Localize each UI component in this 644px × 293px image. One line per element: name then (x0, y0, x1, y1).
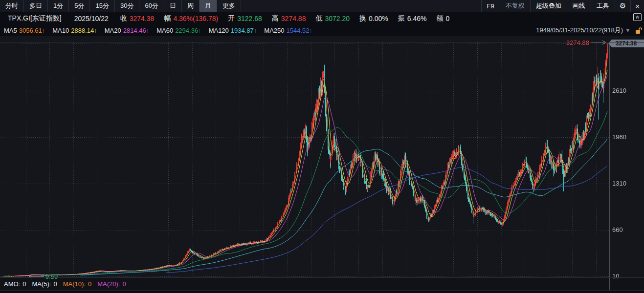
ma10-indicator-readout: MA(10):0 (63, 280, 91, 288)
indicator-value: 0 (53, 280, 57, 288)
button-no-adjust[interactable]: 不复权 (500, 0, 530, 12)
button-tools[interactable]: 工具 (591, 0, 615, 12)
ma5-indicator-readout: MA(5):0 (32, 280, 57, 288)
tab-more[interactable]: 更多 (217, 0, 241, 12)
field-label: 高 (272, 14, 279, 23)
tab-label: 15分 (95, 1, 109, 10)
quote-field-change: 幅4.36%(136.78) (164, 14, 218, 23)
next-pane-strip (0, 291, 644, 293)
ma-value: 3056.61 (19, 27, 42, 34)
button-label: 超级叠加 (536, 1, 561, 10)
field-label: 开 (228, 14, 235, 23)
indicator-label: AMO: (4, 280, 20, 288)
lock-icon[interactable] (635, 27, 642, 34)
field-value: 3274.88 (281, 15, 306, 22)
field-value: 0.00% (369, 15, 388, 22)
ma-label: MA20 (105, 27, 121, 34)
quote-field-high: 高3274.88 (272, 14, 306, 23)
chart-area: 2610 1960 1310 660 10 3274.38 3274.88 9.… (0, 36, 644, 277)
ma10-readout: MA102888.14↑ (52, 27, 97, 34)
tab-label: 5分 (74, 1, 84, 10)
high-price-label: 3274.88 (566, 39, 589, 46)
ma20-readout: MA202814.46↑ (105, 27, 149, 34)
tab-label: 60分 (145, 1, 158, 10)
tab-1min[interactable]: 1分 (48, 0, 69, 12)
tab-30min[interactable]: 30分 (115, 0, 139, 12)
tab-label: 30分 (120, 1, 133, 10)
y-axis-tick: 1310 (612, 180, 626, 187)
button-draw-line[interactable]: 画线 (567, 0, 591, 12)
tab-label: 日 (170, 1, 176, 10)
tab-fenshi[interactable]: 分时 (0, 0, 24, 12)
field-value: 3122.68 (237, 15, 262, 22)
ma20-indicator-readout: MA(20):0 (97, 280, 126, 288)
ma-label: MA60 (156, 27, 173, 34)
last-price-tag: 3274.38 (608, 40, 644, 47)
price-chart-canvas[interactable] (0, 36, 644, 277)
button-label: F9 (487, 2, 494, 10)
up-arrow-icon: ↑ (310, 27, 313, 34)
tab-label: 月 (205, 1, 211, 10)
tab-multiday[interactable]: 多日 (24, 0, 48, 12)
button-f9[interactable]: F9 (481, 0, 500, 12)
indicator-value: 0 (22, 280, 26, 288)
close-icon[interactable]: × (630, 0, 644, 12)
ma-label: MA120 (209, 27, 229, 34)
ma-label: MA250 (264, 27, 284, 34)
window-icon[interactable]: w (633, 13, 642, 21)
gear-glyph: ⚙ (620, 1, 626, 10)
y-axis-tick: 1960 (612, 133, 626, 141)
symbol-name: TPX.GI[东证指数] (8, 14, 62, 23)
y-axis-line (609, 42, 610, 290)
field-value: 4.36%(136.78) (173, 15, 218, 22)
field-label: 幅 (164, 14, 171, 23)
chevron-down-icon[interactable]: ▼ (625, 27, 631, 34)
tab-label: 分时 (5, 1, 18, 10)
amo-readout: AMO:0 (4, 280, 26, 288)
quote-date: 2025/10/22 (74, 15, 109, 22)
ma-row: MA53056.61↑ MA102888.14↑ MA202814.46↑ MA… (0, 24, 644, 36)
field-value: 6.46% (407, 15, 427, 22)
button-label: 不复权 (506, 1, 525, 10)
quote-field-open: 开3122.68 (228, 14, 262, 23)
indicator-label: MA(20): (97, 280, 120, 288)
toolbar-spacer (241, 0, 481, 12)
ma60-readout: MA602294.36↑ (156, 27, 201, 34)
gear-icon[interactable]: ⚙ (615, 0, 630, 12)
stock-chart-app: 分时 多日 1分 5分 15分 30分 60分 日 周 月 更多 F9 不复权 … (0, 0, 644, 293)
tab-month[interactable]: 月 (200, 0, 217, 12)
right-arrow-icon (591, 40, 606, 45)
field-value: 3072.20 (325, 15, 350, 22)
y-axis-tick: 2610 (612, 87, 626, 94)
button-super-overlay[interactable]: 超级叠加 (530, 0, 567, 12)
chart-top-border (0, 42, 644, 42)
field-label: 振 (398, 14, 405, 23)
quote-field-amplitude: 振6.46% (398, 14, 427, 23)
field-value: 3274.38 (130, 15, 155, 22)
y-axis-tick: 660 (612, 226, 623, 233)
tab-week[interactable]: 周 (182, 0, 200, 12)
quote-field-low: 低3072.20 (315, 14, 350, 23)
indicator-value: 0 (88, 280, 91, 288)
date-range-text[interactable]: 1949/05/31-2025/10/22(918月) (536, 26, 623, 35)
footer-bottom-border (0, 290, 644, 291)
date-range-control: 1949/05/31-2025/10/22(918月) ▼ (536, 24, 642, 36)
up-arrow-icon: ↑ (94, 27, 97, 34)
ma250-readout: MA2501544.52↑ (264, 27, 312, 34)
ma-value: 1934.87 (231, 27, 254, 34)
tab-label: 多日 (29, 1, 42, 10)
tab-60min[interactable]: 60分 (139, 0, 164, 12)
button-label: 工具 (597, 1, 609, 10)
tab-15min[interactable]: 15分 (90, 0, 114, 12)
ma-value: 2294.36 (175, 27, 198, 34)
chart-bottom-border (0, 277, 644, 278)
button-label: 画线 (573, 1, 585, 10)
ma-value: 1544.52 (287, 27, 310, 34)
quote-field-amount: 额0 (436, 14, 449, 23)
ma120-readout: MA1201934.87↑ (209, 27, 257, 34)
up-arrow-icon: ↑ (254, 27, 257, 34)
tab-day[interactable]: 日 (164, 0, 182, 12)
y-axis-tick: 10 (612, 272, 619, 280)
tab-label: 更多 (222, 1, 235, 10)
tab-5min[interactable]: 5分 (69, 0, 90, 12)
